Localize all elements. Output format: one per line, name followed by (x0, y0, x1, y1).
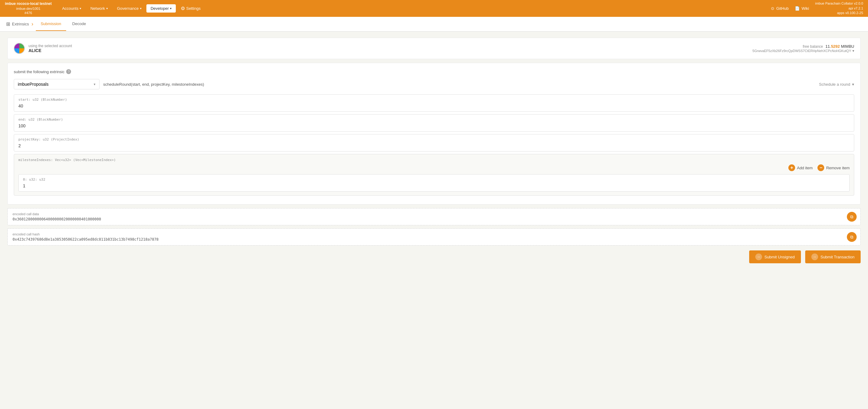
settings-icon: ⚙ (181, 5, 185, 11)
param-project-key-input[interactable] (19, 143, 849, 148)
add-icon: + (788, 164, 795, 171)
brand-logo: imbue rococo-local testnet imbue-dev/100… (5, 2, 52, 15)
tab-bar: ⊞ Extrinsics › Submission Decode (0, 17, 868, 32)
top-navigation: imbue rococo-local testnet imbue-dev/100… (0, 0, 868, 17)
schedule-round-arrow: ▾ (852, 82, 854, 87)
pallet-select[interactable]: imbueProposals ▾ (14, 79, 99, 89)
nav-governance[interactable]: Governance ▾ (113, 4, 146, 12)
balance-label: free balance (803, 44, 823, 49)
governance-chevron: ▾ (140, 7, 142, 10)
nav-right: ⊙ GitHub 📄 Wiki imbue Parachain Collator… (771, 1, 863, 15)
milestone-indexes-label: milestoneIndexes: Vec<u32> (Vec<Mileston… (19, 158, 849, 162)
param-start-label: start: u32 (BlockNumber) (19, 98, 849, 102)
github-link[interactable]: ⊙ GitHub (771, 6, 788, 11)
milestone-item-0-input[interactable] (23, 183, 845, 188)
submit-transaction-icon: → (811, 253, 818, 260)
milestone-item-0: 0: u32: u32 (19, 174, 849, 192)
network-label: Network (90, 6, 105, 11)
api-version: api v7.2.1 (815, 6, 863, 11)
tab-submission[interactable]: Submission (36, 17, 66, 31)
param-project-key: projectKey: u32 (ProjectIndex) (14, 134, 854, 152)
github-icon: ⊙ (771, 6, 774, 11)
encoded-call-data-value: 0x36012800000064000000020000000401000000 (12, 217, 856, 221)
wiki-label: Wiki (802, 6, 809, 11)
submit-area: → Submit Unsigned → Submit Transaction (7, 250, 861, 263)
submit-transaction-label: Submit Transaction (820, 255, 855, 259)
network-chevron: ▾ (106, 7, 108, 10)
parachain-version: imbue Parachain Collator v2.0.0 (815, 1, 863, 6)
settings-label: Settings (186, 6, 200, 11)
network-name: imbue rococo-local testnet (5, 2, 52, 6)
breadcrumb-arrow: › (32, 21, 33, 27)
wiki-icon: 📄 (795, 6, 800, 11)
param-start-input[interactable] (19, 103, 849, 108)
accounts-label: Accounts (62, 6, 79, 11)
milestone-item-0-label: 0: u32: u32 (23, 178, 845, 182)
param-end: end: u32 (BlockNumber) (14, 114, 854, 132)
schedule-round-label[interactable]: Schedule a round ▾ (819, 82, 854, 87)
avatar (14, 43, 25, 54)
balance-decimal: 5292 (831, 44, 840, 49)
param-start: start: u32 (BlockNumber) (14, 94, 854, 112)
submit-unsigned-icon: → (755, 253, 762, 260)
balance-value: 11.5292 MIMBU (826, 44, 854, 49)
remove-item-label: Remove item (826, 166, 849, 170)
balance-row: free balance 11.5292 MIMBU (752, 44, 854, 49)
tab-decode[interactable]: Decode (67, 17, 91, 31)
form-header: submit the following extrinsic ? (14, 69, 854, 74)
pallet-value: imbueProposals (18, 82, 49, 87)
governance-label: Governance (117, 6, 139, 11)
developer-label: Developer (151, 6, 169, 11)
version-info: imbue Parachain Collator v2.0.0 api v7.2… (815, 1, 863, 15)
apps-version: apps v0.100.2-25 (815, 11, 863, 15)
accounts-chevron: ▾ (80, 7, 81, 10)
account-section: using the selected account ALICE free ba… (7, 38, 861, 59)
nav-accounts[interactable]: Accounts ▾ (58, 4, 86, 12)
submit-transaction-button[interactable]: → Submit Transaction (805, 250, 861, 263)
encoded-call-data-label: encoded call data (12, 212, 856, 216)
method-display: scheduleRound(start, end, projectKey, mi… (103, 80, 815, 89)
submit-unsigned-label: Submit Unsigned (765, 255, 795, 259)
account-left: using the selected account ALICE (14, 43, 72, 54)
encoded-call-hash-section: encoded call hash 0x423c74397686d8e1a385… (7, 228, 861, 246)
breadcrumb: ⊞ Extrinsics (6, 21, 29, 27)
branch-name: imbue-dev/1001 (16, 6, 40, 11)
param-end-label: end: u32 (BlockNumber) (19, 118, 849, 122)
tab-items: Submission Decode (36, 17, 91, 31)
account-label: using the selected account (29, 44, 72, 48)
nav-settings[interactable]: ⚙ Settings (177, 4, 205, 13)
copy-call-hash-button[interactable]: ⧉ (847, 232, 857, 242)
encoded-call-data-section: encoded call data 0x36012800000064000000… (7, 208, 861, 225)
param-end-input[interactable] (19, 123, 849, 128)
extrinsic-form: submit the following extrinsic ? imbuePr… (7, 63, 861, 204)
nav-items: Accounts ▾ Network ▾ Governance ▾ Develo… (58, 4, 771, 13)
add-item-label: Add item (797, 166, 812, 170)
form-header-label: submit the following extrinsic (14, 69, 64, 74)
nav-network[interactable]: Network ▾ (86, 4, 112, 12)
param-fields: start: u32 (BlockNumber) end: u32 (Block… (14, 94, 854, 154)
copy-call-data-button[interactable]: ⧉ (847, 212, 857, 222)
account-info: using the selected account ALICE (29, 44, 72, 53)
block-number: #476 (25, 11, 32, 15)
submit-unsigned-button[interactable]: → Submit Unsigned (749, 250, 801, 263)
account-name: ALICE (29, 48, 72, 53)
extrinsics-icon: ⊞ (6, 21, 10, 27)
encoded-call-hash-label: encoded call hash (12, 232, 856, 236)
encoded-call-hash-value: 0x423c74397686d8e1a3853050622ca095ed8dc8… (12, 237, 856, 242)
extrinsic-selector: imbueProposals ▾ scheduleRound(start, en… (14, 79, 854, 89)
milestone-actions: + Add item − Remove item (19, 164, 849, 171)
pallet-select-arrow: ▾ (94, 82, 96, 86)
main-content: using the selected account ALICE free ba… (0, 32, 868, 270)
add-item-button[interactable]: + Add item (788, 164, 812, 171)
account-address: 5GrwvaEF5zXb26Fz9rcQpDWSS7CtERHpNehXCPcN… (752, 49, 854, 53)
address-dropdown-icon[interactable]: ▾ (852, 49, 854, 53)
param-project-key-label: projectKey: u32 (ProjectIndex) (19, 137, 849, 141)
breadcrumb-label: Extrinsics (12, 22, 29, 26)
remove-item-button[interactable]: − Remove item (817, 164, 849, 171)
wiki-link[interactable]: 📄 Wiki (795, 6, 809, 11)
help-icon[interactable]: ? (66, 69, 71, 74)
developer-chevron: ▾ (170, 7, 172, 10)
nav-developer[interactable]: Developer ▾ (146, 4, 176, 12)
github-label: GitHub (776, 6, 788, 11)
remove-icon: − (817, 164, 824, 171)
